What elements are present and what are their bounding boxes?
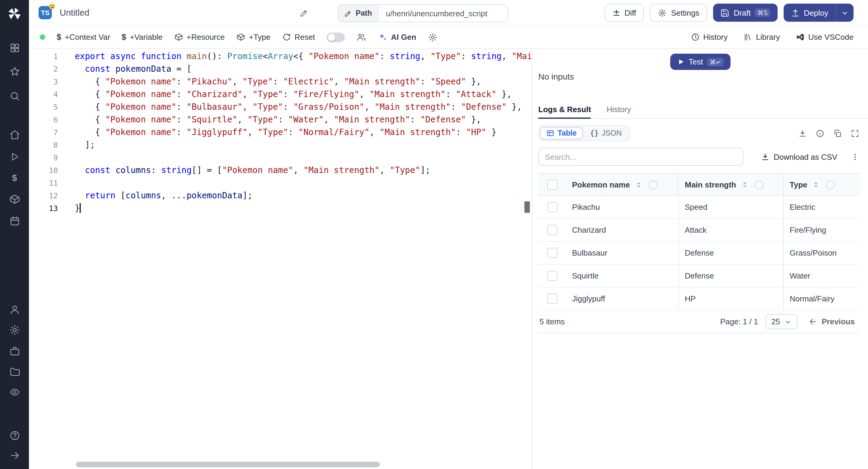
code-line[interactable]: 12 return [columns, ...pokemonData]; <box>29 189 532 202</box>
sidebar-item-apps[interactable] <box>0 42 29 54</box>
path-value: u/henri/unencumbered_script <box>378 5 507 22</box>
code-line[interactable]: 2 const pokemonData = [ <box>29 63 532 75</box>
history-button[interactable]: History <box>690 33 727 41</box>
column-header-type[interactable]: Type <box>783 174 860 195</box>
download-icon[interactable] <box>798 129 807 138</box>
line-number: 4 <box>29 88 58 101</box>
sort-icon[interactable] <box>635 181 643 188</box>
line-number: 12 <box>29 189 58 202</box>
deploy-dropdown-button[interactable] <box>835 4 854 22</box>
add-type-button[interactable]: +Type <box>236 33 271 41</box>
diff-button[interactable]: ± Diff <box>605 4 644 22</box>
library-button[interactable]: Library <box>743 33 780 41</box>
help-icon[interactable] <box>0 430 29 441</box>
chevron-down-icon <box>784 318 792 325</box>
table-row[interactable]: SquirtleDefenseWater <box>538 264 860 287</box>
select-all-checkbox[interactable] <box>547 179 557 190</box>
cell-main-strength: Attack <box>678 219 783 241</box>
editor-horizontal-scrollbar[interactable] <box>76 462 380 467</box>
column-header-pokemon-name[interactable]: Pokemon name <box>566 174 678 195</box>
add-context-var-label: +Context Var <box>65 33 110 41</box>
row-checkbox[interactable] <box>547 293 557 304</box>
sidebar-item-audit-logs[interactable] <box>0 386 29 398</box>
sidebar-item-variables[interactable]: $ <box>0 173 29 183</box>
windmill-logo[interactable] <box>0 6 29 22</box>
row-checkbox-cell <box>538 219 566 241</box>
code-editor[interactable]: 1export async function main(): Promise<A… <box>29 49 532 469</box>
ai-gen-button[interactable]: AI Gen <box>378 32 416 42</box>
row-checkbox[interactable] <box>547 202 557 212</box>
app-window: $ TS Untitled Path u/henri/unencumbe <box>0 0 868 469</box>
cell-pokemon-name: Jigglypuff <box>566 287 678 310</box>
code-line[interactable]: 3 { "Pokemon name": "Pikachu", "Type": "… <box>29 75 532 88</box>
settings-button[interactable]: Settings <box>650 4 707 22</box>
code-line[interactable]: 5 { "Pokemon name": "Bulbasaur", "Type":… <box>29 101 532 113</box>
multiplayer-toggle[interactable] <box>327 32 344 42</box>
tab-logs-result[interactable]: Logs & Result <box>538 100 591 118</box>
sidebar-item-folders[interactable] <box>0 366 29 377</box>
path-field[interactable]: Path u/henri/unencumbered_script <box>338 4 508 22</box>
sidebar-item-search[interactable] <box>0 90 29 102</box>
sidebar-item-workers[interactable] <box>0 345 29 357</box>
draft-label: Draft <box>734 8 750 17</box>
code-line[interactable]: 4 { "Pokemon name": "Charizard", "Type":… <box>29 88 532 101</box>
table-row[interactable]: JigglypuffHPNormal/Fairy <box>538 287 860 310</box>
code-line[interactable]: 9 <box>29 151 532 164</box>
draft-button[interactable]: Draft ⌘S <box>713 4 777 22</box>
download-csv-button[interactable]: Download as CSV <box>757 152 841 162</box>
sidebar-item-settings[interactable] <box>0 324 29 336</box>
script-title[interactable]: Untitled <box>60 8 89 18</box>
add-resource-button[interactable]: +Resource <box>174 33 224 41</box>
expand-icon[interactable] <box>850 129 860 138</box>
expand-sidebar-icon[interactable] <box>0 450 29 461</box>
deploy-button[interactable]: Deploy <box>783 4 835 22</box>
editor-settings-icon[interactable] <box>428 32 437 42</box>
sidebar-item-runs[interactable] <box>0 151 29 162</box>
previous-page-button[interactable]: Previous <box>805 316 858 327</box>
more-options-icon[interactable] <box>850 152 860 161</box>
code-line[interactable]: 13} <box>29 202 532 215</box>
add-variable-button[interactable]: $+Variable <box>122 33 163 41</box>
code-line[interactable]: 11 <box>29 177 532 189</box>
sidebar-item-schedules[interactable] <box>0 215 29 227</box>
cell-pokemon-name: Squirtle <box>566 264 678 287</box>
text-cursor <box>80 203 81 213</box>
table-icon <box>546 129 555 137</box>
sort-icon[interactable] <box>812 181 820 188</box>
view-table-button[interactable]: Table <box>540 127 583 139</box>
use-vscode-button[interactable]: Use VSCode <box>796 33 854 41</box>
edit-title-icon[interactable] <box>300 8 309 17</box>
view-json-button[interactable]: {} JSON <box>584 127 628 139</box>
info-icon[interactable] <box>815 129 825 138</box>
test-button[interactable]: Test ⌘↵ <box>670 54 730 70</box>
tab-history[interactable]: History <box>607 100 631 118</box>
sidebar-item-home[interactable] <box>0 129 29 140</box>
search-input[interactable] <box>538 148 743 166</box>
collaborators-icon[interactable] <box>356 32 366 42</box>
row-checkbox[interactable] <box>547 225 557 235</box>
table-row[interactable]: CharizardAttackFire/Flying <box>538 219 860 242</box>
sidebar-item-favorites[interactable] <box>0 66 29 77</box>
code-line[interactable]: 10 const columns: string[] = ["Pokemon n… <box>29 164 532 177</box>
table-row[interactable]: PikachuSpeedElectric <box>538 196 860 219</box>
column-toggle-icon[interactable] <box>755 180 764 189</box>
code-line[interactable]: 8 ]; <box>29 139 532 151</box>
line-number: 5 <box>29 101 58 113</box>
language-badge-label: TS <box>41 9 50 16</box>
table-row[interactable]: BulbasaurDefenseGrass/Poison <box>538 242 860 264</box>
page-size-select[interactable]: 25 <box>765 314 798 329</box>
column-header-main-strength[interactable]: Main strength <box>678 174 783 195</box>
code-line[interactable]: 7 { "Pokemon name": "Jigglypuff", "Type"… <box>29 126 532 139</box>
row-checkbox[interactable] <box>547 271 557 281</box>
code-line[interactable]: 6 { "Pokemon name": "Squirtle", "Type": … <box>29 113 532 126</box>
add-context-var-button[interactable]: $+Context Var <box>57 33 110 41</box>
reset-button[interactable]: Reset <box>282 33 315 41</box>
sidebar-item-users[interactable] <box>0 304 29 315</box>
sidebar-item-resources[interactable] <box>0 193 29 205</box>
copy-icon[interactable] <box>833 129 842 138</box>
code-line[interactable]: 1export async function main(): Promise<A… <box>29 50 532 63</box>
sort-icon[interactable] <box>741 181 749 188</box>
column-toggle-icon[interactable] <box>826 180 835 189</box>
column-toggle-icon[interactable] <box>649 180 658 189</box>
row-checkbox[interactable] <box>547 248 557 258</box>
